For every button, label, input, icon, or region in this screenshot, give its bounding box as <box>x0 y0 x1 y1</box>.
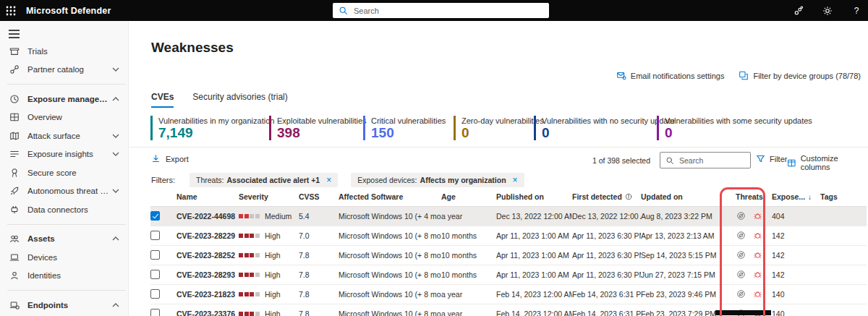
threat-insights-icon <box>736 231 746 240</box>
sidebar-item-assets[interactable]: Assets <box>0 230 128 249</box>
filter-button[interactable]: Filter <box>756 154 787 163</box>
tags-cell <box>820 206 867 226</box>
col-published-on[interactable]: Published on <box>496 188 572 206</box>
chevron-up-icon <box>112 303 119 307</box>
severity-indicator: High <box>239 231 281 240</box>
sidebar-item-partner-catalog[interactable]: Partner catalog <box>0 61 128 80</box>
col-first-detected[interactable]: First detected <box>572 188 641 206</box>
table-search-input[interactable]: Search <box>660 152 751 168</box>
waffle-grid-icon <box>6 6 16 16</box>
col-tags[interactable]: Tags <box>820 188 867 206</box>
updated-cell: Feb 23, 2023 9:46 PM <box>641 284 727 304</box>
defender-weaknesses-page: Microsoft Defender Search ? Trials Partn… <box>0 0 868 316</box>
overview-icon <box>9 111 20 123</box>
cvss-cell: 7.8 <box>299 304 339 316</box>
cve-name-link[interactable]: CVE-2023-28293 <box>176 265 239 284</box>
table-row[interactable]: CVE-2023-28252 High 7.8 Microsoft Window… <box>150 245 867 265</box>
sidebar-item-exposure-management[interactable]: Exposure management <box>0 90 128 108</box>
table-row[interactable]: CVE-2023-21823 High 7.8 Microsoft Window… <box>150 284 867 304</box>
nav-collapse-menu-icon[interactable] <box>0 21 29 42</box>
tags-cell <box>820 284 867 304</box>
col-age[interactable]: Age <box>441 188 496 206</box>
cve-name-link[interactable]: CVE-2023-23376 <box>176 304 239 316</box>
exposure-insights-icon <box>9 148 20 160</box>
age-cell: a year <box>441 206 496 226</box>
tab-security-advisories[interactable]: Security advisories (trial) <box>192 92 287 108</box>
tab-bar: CVEs Security advisories (trial) <box>151 92 288 108</box>
filter-chip-exposed-devices[interactable]: Exposed devices:Affects my organization … <box>351 173 524 187</box>
table-row[interactable]: CVE-2022-44698 Medium 5.4 Microsoft Wind… <box>150 206 867 226</box>
global-search-input[interactable]: Search <box>333 3 549 18</box>
cve-name-link[interactable]: CVE-2023-28252 <box>176 245 239 265</box>
settings-gear-icon[interactable] <box>822 5 833 17</box>
community-icon[interactable] <box>793 5 804 17</box>
main-content: Weaknesses Email notifications settings … <box>129 21 868 316</box>
col-name[interactable]: Name <box>176 188 239 206</box>
remove-filter-icon[interactable]: × <box>326 176 331 184</box>
chevron-down-icon <box>112 67 119 72</box>
sidebar-item-identities[interactable]: Identities <box>0 267 128 286</box>
updated-cell: Feb 23, 2023 7:29 PM <box>641 304 727 316</box>
published-cell: Apr 11, 2023 1:00 AM <box>496 265 572 284</box>
sidebar-item-secure-score[interactable]: Secure score <box>0 163 128 182</box>
row-checkbox[interactable] <box>150 211 160 221</box>
row-checkbox[interactable] <box>150 250 160 260</box>
export-button[interactable]: Export <box>151 154 189 163</box>
stats-cards: Vulnerabilities in my organization 7,149… <box>129 116 868 146</box>
remove-filter-icon[interactable]: × <box>513 176 518 184</box>
tags-cell <box>820 226 867 245</box>
row-checkbox[interactable] <box>150 270 160 279</box>
sidebar-item-data-connectors[interactable]: Data connectors <box>0 200 128 219</box>
first-detected-cell: Feb 14, 2023 6:31 PM <box>572 304 641 316</box>
table-row[interactable]: CVE-2023-28229 High 7.0 Microsoft Window… <box>150 226 867 245</box>
col-exposed-devices[interactable]: Expose...↓ <box>772 188 820 206</box>
customize-columns-button[interactable]: Customize columns <box>787 154 868 171</box>
cve-name-link[interactable]: CVE-2023-28229 <box>176 226 239 245</box>
cve-name-link[interactable]: CVE-2023-21823 <box>176 284 239 304</box>
left-navigation: Trials Partner catalog Exposure manageme… <box>0 21 129 316</box>
first-detected-cell: Dec 13, 2022 12:00 AM <box>572 206 641 226</box>
col-affected-software[interactable]: Affected Software <box>339 188 441 206</box>
filter-chip-threats[interactable]: Threats:Associated active alert +1 × <box>190 173 338 187</box>
sidebar-item-autonomous-threat-prevention[interactable]: Autonomous threat prevent... <box>0 182 128 201</box>
filter-device-groups-link[interactable]: Filter by device groups (78/78) <box>739 71 861 80</box>
sidebar-item-overview[interactable]: Overview <box>0 108 128 127</box>
app-launcher-icon[interactable] <box>0 0 22 21</box>
cvss-cell: 5.4 <box>299 206 339 226</box>
col-cvss[interactable]: CVSS <box>299 188 339 206</box>
help-icon[interactable]: ? <box>851 5 862 17</box>
published-cell: Feb 14, 2023 12:00 AM <box>496 284 572 304</box>
stat-zero-day: Zero-day vulnerabilities 0 <box>454 116 544 140</box>
partner-catalog-icon <box>9 64 20 75</box>
tab-cves[interactable]: CVEs <box>151 92 174 108</box>
global-search-placeholder: Search <box>354 7 379 15</box>
customize-columns-icon <box>787 158 796 168</box>
email-notifications-settings-link[interactable]: Email notifications settings <box>616 71 725 80</box>
select-all-column[interactable] <box>150 188 176 206</box>
col-updated-on[interactable]: Updated on <box>641 188 727 206</box>
row-checkbox[interactable] <box>150 309 160 316</box>
sidebar-item-devices[interactable]: Devices <box>0 248 128 267</box>
threats-cell <box>727 226 772 245</box>
software-cell: Microsoft Windows 10 (+ 8 more) <box>339 265 441 284</box>
age-cell: 10 months <box>441 245 496 265</box>
threats-cell <box>727 245 772 265</box>
sidebar-item-endpoints[interactable]: Endpoints <box>0 296 128 315</box>
row-checkbox[interactable] <box>150 289 160 299</box>
first-detected-cell: Apr 11, 2023 6:30 PM <box>572 226 641 245</box>
sidebar-item-attack-surface[interactable]: Attack surface <box>0 127 128 145</box>
cve-name-link[interactable]: CVE-2022-44698 <box>176 206 239 226</box>
funnel-filter-icon <box>756 154 765 163</box>
rocket-icon <box>9 185 20 197</box>
row-checkbox[interactable] <box>150 231 160 240</box>
sidebar-item-exposure-insights[interactable]: Exposure insights <box>0 145 128 164</box>
section-divider <box>129 147 868 148</box>
active-alert-bug-icon <box>753 270 762 279</box>
table-row[interactable]: CVE-2023-28293 High 7.8 Microsoft Window… <box>150 265 867 284</box>
sidebar-item-trials[interactable]: Trials <box>0 42 128 61</box>
col-severity[interactable]: Severity <box>239 188 299 206</box>
selection-count: 1 of 398 selected <box>592 156 650 165</box>
threat-insights-icon <box>736 211 746 221</box>
exposed-devices-cell: 142 <box>772 226 820 245</box>
col-threats[interactable]: Threats <box>727 188 772 206</box>
